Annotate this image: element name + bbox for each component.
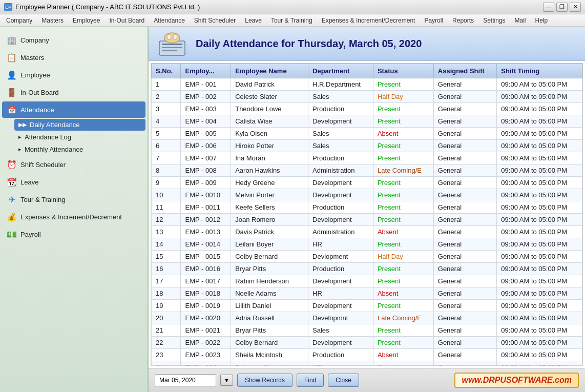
menu-item-tour--training[interactable]: Tour & Training bbox=[267, 16, 317, 25]
cell-dept: Production bbox=[308, 349, 373, 361]
cell-empid: EMP - 0019 bbox=[181, 300, 231, 312]
attendance-table-wrapper[interactable]: S.No. Employ... Employee Name Department… bbox=[151, 63, 583, 366]
table-row[interactable]: 10 EMP - 0010 Melvin Porter Development … bbox=[152, 189, 582, 201]
cell-timing: 09:00 AM to 05:00 PM bbox=[497, 361, 582, 366]
close-button[interactable]: ✕ bbox=[570, 3, 581, 12]
menu-item-attendance[interactable]: Attendance bbox=[150, 16, 189, 25]
table-row[interactable]: 23 EMP - 0023 Sheila Mcintosh Production… bbox=[152, 349, 582, 361]
table-row[interactable]: 11 EMP - 0011 Keefe Sellers Production P… bbox=[152, 201, 582, 214]
app-icon: EP bbox=[4, 3, 12, 11]
close-button[interactable]: Close bbox=[328, 374, 359, 387]
sidebar-item-daily-attendance[interactable]: ▶▶ Daily Attendance bbox=[14, 119, 145, 131]
table-row[interactable]: 21 EMP - 0021 Bryar Pitts Sales Present … bbox=[152, 324, 582, 337]
sidebar-item-leave[interactable]: 📆 Leave bbox=[2, 174, 145, 190]
cell-empid: EMP - 0013 bbox=[181, 226, 231, 238]
cell-dept: Developmnt bbox=[308, 312, 373, 324]
sidebar-label-monthly-attendance: Monthly Attendance bbox=[25, 146, 83, 153]
table-row[interactable]: 1 EMP - 001 David Patrick H.R.Department… bbox=[152, 78, 582, 91]
maximize-button[interactable]: ❐ bbox=[556, 3, 568, 12]
menu-item-in-out-board[interactable]: In-Out Board bbox=[105, 16, 149, 25]
sidebar-item-monthly-attendance[interactable]: ▸ Monthly Attendance bbox=[14, 143, 145, 155]
menu-item-employee[interactable]: Employee bbox=[69, 16, 104, 25]
table-row[interactable]: 5 EMP - 005 Kyla Olsen Sales Absent Gene… bbox=[152, 128, 582, 140]
sidebar-item-attendance[interactable]: 📅 Attendance bbox=[2, 101, 145, 118]
menu-item-shift-scheduler[interactable]: Shift Scheduler bbox=[190, 16, 240, 25]
sidebar-label-attendance-log: Attendance Log bbox=[25, 133, 71, 141]
menu-item-company[interactable]: Company bbox=[2, 16, 36, 25]
sidebar-label-masters: Masters bbox=[20, 54, 44, 61]
table-row[interactable]: 15 EMP - 0015 Colby Bernard Devlopment H… bbox=[152, 251, 582, 263]
sidebar-item-company[interactable]: 🏢 Company bbox=[2, 32, 145, 48]
sidebar-item-attendance-log[interactable]: ▸ Attendance Log bbox=[14, 131, 145, 143]
table-row[interactable]: 18 EMP - 0018 Noelle Adams HR Absent Gen… bbox=[152, 287, 582, 300]
cell-empid: EMP - 0010 bbox=[181, 189, 231, 201]
sidebar-item-employee[interactable]: 👤 Employee bbox=[2, 67, 145, 83]
menu-item-mail[interactable]: Mail bbox=[510, 16, 530, 25]
table-row[interactable]: 16 EMP - 0016 Bryar Pitts Production Pre… bbox=[152, 263, 582, 275]
sidebar-label-payroll: Payroll bbox=[20, 231, 41, 238]
cell-timing: 09:00 AM to 05:00 PM bbox=[497, 115, 582, 128]
expenses-icon: 💰 bbox=[6, 211, 17, 222]
menu-item-leave[interactable]: Leave bbox=[241, 16, 266, 25]
cell-name: Celeste Slater bbox=[231, 91, 308, 103]
cell-timing: 09:00 AM to 05:00 PM bbox=[497, 263, 582, 275]
find-button[interactable]: Find bbox=[297, 374, 324, 387]
cell-timing: 09:00 AM to 05:00 PM bbox=[497, 91, 582, 103]
arrow-icon-2: ▸ bbox=[18, 134, 22, 140]
cell-status: Present bbox=[373, 140, 433, 152]
cell-name: Calista Wise bbox=[231, 115, 308, 128]
sidebar-item-tour-training[interactable]: ✈ Tour & Training bbox=[2, 191, 145, 208]
minimize-button[interactable]: — bbox=[543, 3, 554, 12]
sidebar-item-masters[interactable]: 📋 Masters bbox=[2, 49, 145, 66]
table-row[interactable]: 2 EMP - 002 Celeste Slater Sales Half Da… bbox=[152, 91, 582, 103]
menu-item-payroll[interactable]: Payroll bbox=[420, 16, 447, 25]
window-controls[interactable]: — ❐ ✕ bbox=[543, 3, 581, 12]
table-row[interactable]: 24 EMP - 0024 Rebecca Chambers HR Presen… bbox=[152, 361, 582, 366]
table-row[interactable]: 17 EMP - 0017 Rahim Henderson Developmen… bbox=[152, 275, 582, 287]
cell-dept: Administration bbox=[308, 226, 373, 238]
table-row[interactable]: 7 EMP - 007 Ina Moran Production Present… bbox=[152, 152, 582, 164]
table-row[interactable]: 8 EMP - 008 Aaron Hawkins Administration… bbox=[152, 164, 582, 177]
cell-timing: 09:00 AM to 05:00 PM bbox=[497, 214, 582, 226]
table-row[interactable]: 22 EMP - 0022 Colby Bernard Development … bbox=[152, 337, 582, 349]
table-row[interactable]: 13 EMP - 0013 Davis Patrick Administrati… bbox=[152, 226, 582, 238]
sidebar-label-tour: Tour & Training bbox=[20, 196, 65, 203]
cell-status: Present bbox=[373, 324, 433, 337]
attendance-icon: 📅 bbox=[6, 104, 17, 115]
menu-item-expenses--incrementdecrement[interactable]: Expenses & Increment/Decrement bbox=[318, 16, 420, 25]
table-row[interactable]: 6 EMP - 006 Hiroko Potter Sales Present … bbox=[152, 140, 582, 152]
table-row[interactable]: 3 EMP - 003 Theodore Lowe Production Pre… bbox=[152, 103, 582, 115]
sidebar-item-expenses[interactable]: 💰 Expenses & Increment/Decrement bbox=[2, 209, 145, 225]
inout-icon: 🚪 bbox=[6, 87, 17, 98]
menu-item-reports[interactable]: Reports bbox=[448, 16, 478, 25]
cell-shift: General bbox=[433, 103, 497, 115]
cell-status: Present bbox=[373, 275, 433, 287]
menu-item-help[interactable]: Help bbox=[531, 16, 552, 25]
cell-sno: 19 bbox=[152, 300, 181, 312]
sidebar-item-shift-scheduler[interactable]: ⏰ Shift Scheduler bbox=[2, 156, 145, 173]
date-input[interactable] bbox=[155, 374, 216, 386]
table-row[interactable]: 14 EMP - 0014 Leilani Boyer HR Present G… bbox=[152, 238, 582, 251]
cell-status: Absent bbox=[373, 349, 433, 361]
sidebar-item-payroll[interactable]: 💵 Payroll bbox=[2, 226, 145, 242]
table-row[interactable]: 12 EMP - 0012 Joan Romero Development Pr… bbox=[152, 214, 582, 226]
date-picker-button[interactable]: ▼ bbox=[220, 375, 233, 386]
table-row[interactable]: 20 EMP - 0020 Adria Russell Developmnt L… bbox=[152, 312, 582, 324]
cell-status: Present bbox=[373, 201, 433, 214]
cell-name: Bryar Pitts bbox=[231, 324, 308, 337]
svg-point-6 bbox=[173, 34, 177, 39]
sidebar-item-inout[interactable]: 🚪 In-Out Board bbox=[2, 84, 145, 100]
table-row[interactable]: 9 EMP - 009 Hedy Greene Development Pres… bbox=[152, 177, 582, 189]
menu-item-masters[interactable]: Masters bbox=[37, 16, 68, 25]
cell-dept: Development bbox=[308, 300, 373, 312]
cell-sno: 24 bbox=[152, 361, 181, 366]
table-row[interactable]: 19 EMP - 0019 Lillith Daniel Development… bbox=[152, 300, 582, 312]
show-records-button[interactable]: Show Records bbox=[237, 374, 292, 387]
cell-empid: EMP - 0021 bbox=[181, 324, 231, 337]
menu-item-settings[interactable]: Settings bbox=[479, 16, 509, 25]
header-title: Daily Attendance for Thursday, March 05,… bbox=[196, 38, 422, 50]
cell-status: Absent bbox=[373, 287, 433, 300]
cell-dept: Development bbox=[308, 177, 373, 189]
cell-timing: 09:00 AM to 05:00 PM bbox=[497, 238, 582, 251]
table-row[interactable]: 4 EMP - 004 Calista Wise Development Pre… bbox=[152, 115, 582, 128]
